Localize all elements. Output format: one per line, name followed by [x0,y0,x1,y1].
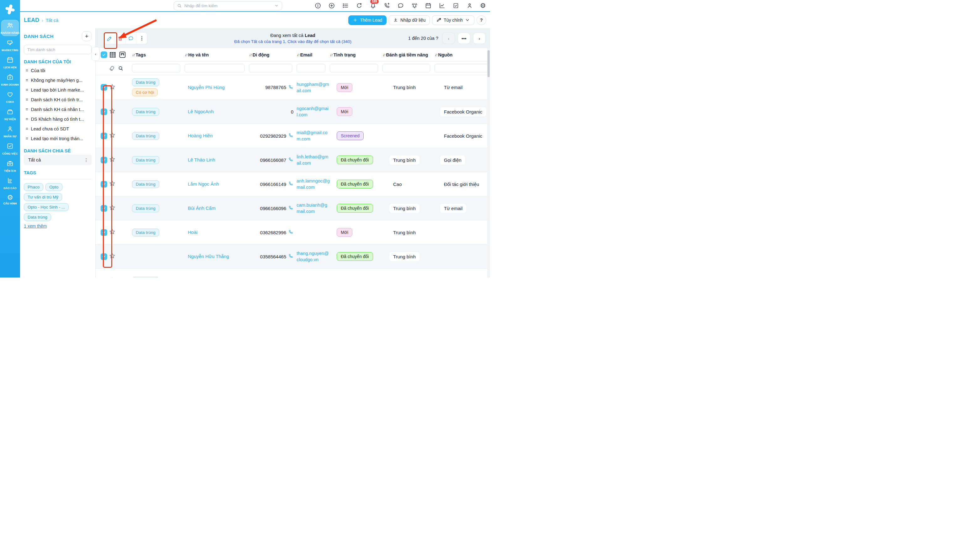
filter-input-0[interactable] [132,64,180,72]
row-tag[interactable]: Data trùng [132,180,159,188]
star-icon[interactable] [109,132,121,140]
status-badge[interactable]: Mới [337,107,352,116]
star-icon[interactable] [109,180,121,188]
phone-icon[interactable] [288,181,293,187]
table-view-icon[interactable] [109,51,117,59]
vertical-scrollbar[interactable] [487,48,490,278]
sort-icon[interactable]: ↓↑ [383,53,385,57]
row-tag[interactable]: Data trùng [132,79,159,86]
email-link[interactable]: thang.nguyen@cloudgo.vn [296,251,329,262]
lead-name-link[interactable]: Bùi Ánh Cẩm [188,205,215,211]
sidebar-item-kinh-doanh[interactable]: KINH DOANH [1,72,19,88]
phone-icon[interactable] [288,253,293,260]
list-icon[interactable] [342,2,349,9]
filter-input-4[interactable] [330,64,378,72]
kanban-view-icon[interactable] [118,51,127,59]
row-tag[interactable]: Có cơ hội [132,88,158,96]
filter-input-2[interactable] [249,64,292,72]
row-tag[interactable]: Data trùng [132,204,159,212]
phone-icon[interactable] [288,133,293,139]
more-actions-button[interactable] [136,33,147,44]
row-checkbox[interactable] [101,278,107,278]
row-checkbox[interactable] [101,133,107,139]
shared-list-item-all[interactable]: Tất cả ⋮ [24,155,91,165]
sidebar-item-khách-hàng[interactable]: KHÁCH HÀNG [1,20,19,36]
row-tag[interactable]: Data trùng [132,156,159,164]
global-search-input[interactable] [184,3,272,8]
scrollbar-thumb[interactable] [487,50,490,77]
global-search[interactable] [174,1,282,10]
status-badge[interactable]: Đã chuyển đổi [337,156,373,164]
drag-handle-icon[interactable]: = [26,78,28,82]
filter-input-5[interactable] [383,64,430,72]
filter-input-3[interactable] [296,64,325,72]
sidebar-item-báo-cáo[interactable]: BÁO CÁO [1,175,19,191]
status-badge[interactable]: Đã chuyển đổi [337,180,373,188]
tag-chip[interactable]: Opto [45,183,62,191]
column-header-2[interactable]: ↓↑ Di động [249,52,296,58]
drag-handle-icon[interactable]: = [26,97,28,102]
sidebar-item-marketing[interactable]: MARKETING [1,37,19,53]
kebab-menu-icon[interactable]: ⋮ [84,157,88,162]
star-icon[interactable] [109,252,121,261]
sidebar-item-nhân-sự[interactable]: NHÂN SỰ [1,123,19,140]
tag-chip[interactable]: Data trùng [24,213,51,221]
filter-input-6[interactable] [434,64,490,72]
lead-name-link[interactable]: Hoàng Hiền [188,133,213,138]
lead-name-link[interactable]: Lâm Ngọc Ánh [188,181,219,186]
drag-handle-icon[interactable]: = [26,127,28,131]
tag-chip[interactable]: Tư vấn di trú Mỹ [24,193,62,201]
drag-handle-icon[interactable]: = [26,117,28,121]
column-header-1[interactable]: ↓↑ Họ và tên [185,52,249,58]
user-icon[interactable] [466,2,473,9]
phone-icon[interactable] [288,205,293,211]
collapse-panel-button[interactable]: ‹ [91,47,100,61]
lead-name-link[interactable]: Lê NgọcAnh [188,109,214,114]
filter-input-1[interactable] [185,64,245,72]
clear-filter-icon[interactable] [109,65,115,72]
email-link[interactable]: anh.lamngoc@gmail.com [296,178,330,190]
status-badge[interactable]: Đã chuyển đổi [337,204,373,213]
bell-ring-icon[interactable] [411,2,418,9]
status-badge[interactable]: Đã chuyển đổi [337,252,373,261]
sort-icon[interactable]: ↓↑ [185,53,187,57]
drag-handle-icon[interactable]: = [26,107,28,112]
bell-icon[interactable]: 189 [370,2,376,9]
status-badge[interactable]: Screened [337,132,363,140]
status-badge[interactable]: Mới [337,228,352,237]
list-item[interactable]: = Danh sách KH có tình tr... [24,95,91,104]
sort-icon[interactable]: ↓↑ [434,53,437,57]
comment-button[interactable] [126,33,136,44]
search-filter-icon[interactable] [118,65,124,72]
row-checkbox[interactable] [101,84,107,91]
email-link[interactable]: cam.buianh@gmail.com [296,202,327,214]
lead-name-link[interactable]: Lê Thảo Linh [188,157,215,162]
list-item[interactable]: = Của tôi [24,66,91,75]
refresh-icon[interactable] [356,2,363,9]
help-button[interactable]: ? [477,15,486,25]
sort-icon[interactable]: ↓↑ [330,53,333,57]
tag-chip[interactable]: Opto - Học Sinh - ... [24,203,69,211]
sidebar-item-cskh[interactable]: CSKH [1,89,19,105]
column-header-5[interactable]: ↓↑ Đánh giá tiềm năng [383,52,434,58]
sidebar-item-cấu-hình[interactable]: ⚙ CẤU HÌNH [1,192,19,207]
email-link[interactable]: linh.lethao@gmail.com [296,154,328,165]
app-logo[interactable] [0,0,20,19]
chat-icon[interactable] [397,2,404,9]
alert-icon[interactable] [314,2,321,9]
row-checkbox[interactable] [101,157,107,164]
add-lead-button[interactable]: Thêm Lead [348,15,386,25]
phone-icon[interactable] [288,157,293,163]
list-item[interactable]: = Lead tạo mới trong thán... [24,133,91,143]
lead-name-link[interactable]: Hoài [188,229,197,235]
list-item[interactable]: = Lead tạo bởi Linh marke... [24,85,91,95]
chevron-down-icon[interactable] [274,3,279,8]
lead-name-link[interactable]: Nguyễn Hữu Thắng [188,253,229,259]
row-tag[interactable]: Data trùng [132,277,159,278]
show-more-tags-link[interactable]: 1 xem thêm [24,224,47,229]
calendar-icon[interactable] [425,2,432,9]
page-options-button[interactable]: ••• [458,33,470,44]
list-item[interactable]: = Lead chưa có SDT [24,124,91,133]
column-header-6[interactable]: ↓↑ Nguồn [434,52,490,58]
row-tag[interactable]: Data trùng [132,108,159,116]
